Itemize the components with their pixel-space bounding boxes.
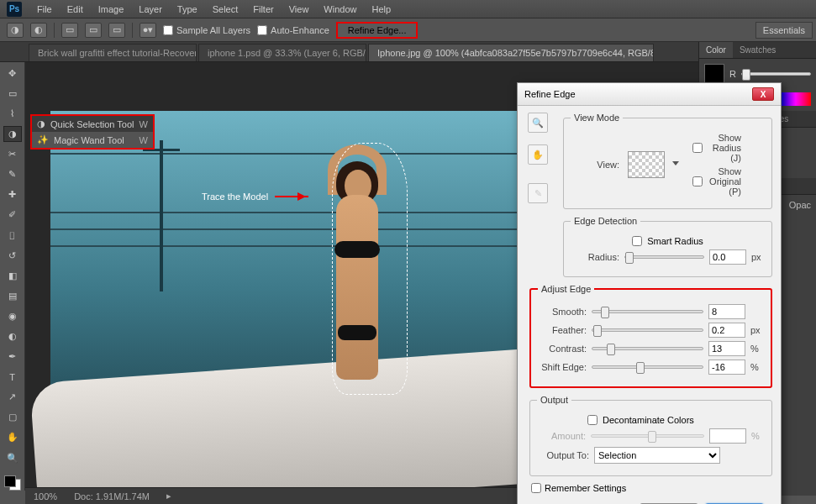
feather-input[interactable]: [708, 323, 745, 338]
sample-all-layers-checkbox[interactable]: [163, 25, 173, 35]
history-brush-tool-icon[interactable]: ↺: [3, 248, 22, 263]
menu-help[interactable]: Help: [365, 2, 397, 17]
view-mode-legend: View Mode: [571, 113, 623, 123]
flyout-quick-selection[interactable]: ◑ Quick Selection Tool W: [32, 116, 153, 132]
flyout-label: Magic Wand Tool: [54, 135, 124, 145]
show-original-label: Show Original (P): [706, 166, 741, 197]
close-button[interactable]: X: [752, 87, 774, 101]
quick-selection-icon: ◑: [37, 118, 45, 129]
contrast-slider[interactable]: [592, 347, 703, 350]
flyout-magic-wand[interactable]: ✨ Magic Wand Tool W: [32, 132, 153, 148]
title-bar: Ps File Edit Image Layer Type Select Fil…: [0, 0, 816, 18]
app-logo: Ps: [7, 2, 22, 17]
annotation-text: Trace the Model: [202, 192, 268, 202]
hand-tool-icon[interactable]: ✋: [528, 144, 548, 165]
feather-slider[interactable]: [592, 328, 703, 332]
crop-tool-icon[interactable]: ✂: [3, 147, 22, 162]
color-swatch[interactable]: [704, 64, 724, 84]
amount-input: [709, 428, 746, 444]
current-tool-icon[interactable]: ◑: [7, 23, 24, 38]
menu-type[interactable]: Type: [171, 2, 204, 17]
document-tabs: Brick wall grafitti effect tutorial-Reco…: [0, 42, 816, 62]
dialog-titlebar[interactable]: Refine Edge X: [518, 83, 781, 106]
stamp-tool-icon[interactable]: ⌷: [3, 228, 22, 243]
document-tab[interactable]: Brick wall grafitti effect tutorial-Reco…: [29, 44, 197, 61]
smooth-label: Smooth:: [538, 307, 587, 317]
show-radius-checkbox[interactable]: [692, 143, 703, 153]
chevron-right-icon[interactable]: ▸: [166, 491, 171, 501]
edge-detection-legend: Edge Detection: [571, 216, 640, 226]
healing-tool-icon[interactable]: ✚: [3, 187, 22, 202]
output-to-label: Output To:: [537, 450, 589, 460]
marquee-tool-icon[interactable]: ▭: [3, 86, 22, 101]
swatches-panel-tab[interactable]: Swatches: [733, 42, 782, 58]
document-image: [50, 111, 555, 464]
menu-file[interactable]: File: [30, 2, 59, 17]
brush-preset-icon[interactable]: ◐: [30, 23, 47, 38]
flyout-label: Quick Selection Tool: [50, 119, 134, 129]
doc-size: Doc: 1.91M/1.74M: [74, 491, 150, 501]
view-thumbnail[interactable]: [628, 151, 665, 178]
menu-filter[interactable]: Filter: [246, 2, 280, 17]
eyedropper-tool-icon[interactable]: ✎: [3, 167, 22, 182]
hand-tool-icon[interactable]: ✋: [3, 430, 22, 445]
zoom-tool-icon[interactable]: 🔍: [3, 450, 22, 465]
shortcut-key: W: [140, 119, 148, 129]
smart-radius-checkbox[interactable]: [632, 236, 642, 246]
dodge-tool-icon[interactable]: ◐: [3, 328, 22, 344]
color-panel-tab[interactable]: Color: [699, 42, 733, 58]
move-tool-icon[interactable]: ✥: [3, 66, 22, 81]
contrast-input[interactable]: [708, 341, 745, 356]
quick-selection-tool-icon[interactable]: ◑: [3, 126, 22, 141]
document-tab-active[interactable]: Iphone.jpg @ 100% (4abfca083a27f55e7b579…: [368, 44, 654, 61]
add-selection-icon[interactable]: ▭: [85, 23, 102, 38]
radius-input[interactable]: [709, 249, 746, 265]
smooth-slider[interactable]: [592, 310, 703, 313]
menu-view[interactable]: View: [282, 2, 316, 17]
shift-edge-slider[interactable]: [592, 365, 703, 369]
options-bar: ◑ ◐ ▭ ▭ ▭ ●▾ Sample All Layers Auto-Enha…: [0, 18, 816, 42]
new-selection-icon[interactable]: ▭: [61, 23, 78, 38]
zoom-tool-icon[interactable]: 🔍: [528, 113, 548, 133]
shape-tool-icon[interactable]: ▢: [3, 410, 22, 425]
menu-select[interactable]: Select: [206, 2, 245, 17]
refine-edge-button[interactable]: Refine Edge...: [336, 22, 419, 39]
type-tool-icon[interactable]: T: [3, 370, 22, 385]
menu-window[interactable]: Window: [317, 2, 363, 17]
decontaminate-checkbox[interactable]: [587, 415, 598, 425]
menu-image[interactable]: Image: [92, 2, 131, 17]
output-to-select[interactable]: Selection: [594, 447, 720, 464]
path-tool-icon[interactable]: ↗: [3, 390, 22, 405]
output-group: Output Decontaminate Colors Amount: % Ou…: [529, 395, 772, 476]
zoom-level[interactable]: 100%: [34, 491, 57, 501]
unit-px: px: [750, 325, 764, 335]
dialog-tools: 🔍 ✋ ✎: [528, 113, 548, 203]
refine-radius-tool-icon[interactable]: ✎: [528, 183, 548, 203]
remember-settings-checkbox[interactable]: [531, 483, 541, 493]
document-tab[interactable]: iphone 1.psd @ 33.3% (Layer 6, RGB/8...×: [198, 44, 366, 61]
view-label: View:: [571, 160, 619, 170]
brush-tool-icon[interactable]: ✐: [3, 207, 22, 223]
menu-edit[interactable]: Edit: [61, 2, 90, 17]
foreground-background-swatch[interactable]: [4, 475, 21, 491]
gradient-tool-icon[interactable]: ▤: [3, 288, 22, 303]
radius-slider[interactable]: [624, 255, 704, 259]
r-slider[interactable]: [741, 72, 811, 76]
eraser-tool-icon[interactable]: ◧: [3, 268, 22, 283]
lasso-tool-icon[interactable]: ⌇: [3, 106, 22, 121]
shift-edge-input[interactable]: [708, 360, 745, 375]
chevron-down-icon[interactable]: [672, 161, 679, 169]
auto-enhance-checkbox[interactable]: [257, 25, 267, 35]
dialog-title: Refine Edge: [524, 89, 576, 99]
subtract-selection-icon[interactable]: ▭: [108, 23, 125, 38]
menu-layer[interactable]: Layer: [132, 2, 169, 17]
pen-tool-icon[interactable]: ✒: [3, 349, 22, 365]
unit-percent: %: [750, 344, 764, 354]
workspace-switcher[interactable]: Essentials: [755, 22, 813, 39]
smooth-input[interactable]: [708, 304, 745, 319]
main-menu: File Edit Image Layer Type Select Filter…: [30, 2, 397, 17]
show-original-checkbox[interactable]: [692, 176, 703, 186]
amount-slider: [591, 434, 704, 438]
blur-tool-icon[interactable]: ◉: [3, 308, 22, 323]
brush-size-icon[interactable]: ●▾: [140, 23, 156, 38]
